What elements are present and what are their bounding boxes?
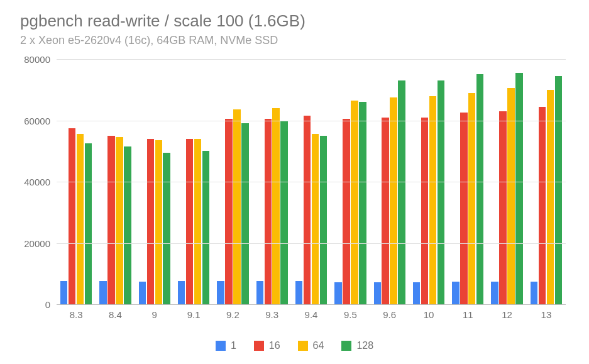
y-tick-label: 20000 [24,238,57,248]
x-tick-label: 8.4 [96,304,135,320]
bar [107,136,114,304]
bar [476,74,483,304]
bar [421,118,428,304]
bar [374,282,381,304]
bar [155,140,162,304]
bar [202,151,209,304]
y-tick-label: 0 [45,299,57,310]
bar [531,282,537,304]
bar [241,123,248,304]
bar [217,281,224,304]
chart-title: pgbench read-write / scale 100 (1.6GB) [20,11,306,31]
bar [429,96,436,305]
chart-subtitle: 2 x Xeon e5-2620v4 (16c), 64GB RAM, NVMe… [20,34,278,47]
legend-swatch [216,341,226,351]
legend-swatch [298,341,308,351]
gridline [57,59,566,60]
gridline [57,182,566,182]
bar [124,146,131,304]
bar [539,107,546,304]
legend-item: 16 [254,340,280,351]
bar [499,111,506,304]
bar [69,128,75,304]
bar [233,109,240,304]
bar [351,101,358,304]
bar [312,134,319,304]
x-tick-label: 9.2 [213,304,252,320]
legend-label: 128 [356,340,373,351]
bar [280,121,287,305]
bar [359,102,366,304]
bar [547,90,554,304]
bar [77,134,84,304]
legend-label: 1 [231,340,236,351]
y-tick-label: 80000 [24,54,57,65]
bar [390,97,397,304]
legend-swatch [254,341,264,351]
x-tick-label: 9 [135,304,174,320]
x-tick-label: 12 [487,304,526,320]
bar [438,80,444,304]
legend: 11664128 [0,340,589,351]
bar [194,139,201,304]
x-tick-label: 11 [448,304,487,320]
bar [320,136,327,304]
legend-item: 128 [341,340,373,351]
chart-container: pgbench read-write / scale 100 (1.6GB) 2… [0,0,589,364]
bar [256,281,263,304]
bar [515,73,522,304]
bar [178,281,185,304]
bar [382,118,388,304]
bar [147,139,154,304]
bar [452,282,459,304]
bar [265,119,272,304]
x-tick-label: 9.5 [331,304,370,320]
y-tick-label: 40000 [24,177,57,187]
bar [295,281,302,304]
bar [304,116,311,304]
bar [491,282,498,304]
bar [163,153,170,304]
bar [60,281,67,304]
bar [343,119,350,304]
bar [85,143,92,304]
bar [555,76,562,304]
bar [116,137,123,304]
x-tick-label: 13 [527,304,566,320]
bar [272,108,279,304]
legend-label: 16 [269,340,280,351]
bar [398,80,405,304]
bar [139,282,146,304]
x-tick-label: 9.6 [370,304,409,320]
bar [413,282,420,304]
x-tick-label: 9.1 [174,304,213,320]
bar [225,119,232,304]
x-tick-label: 9.4 [292,304,331,320]
plot-area: 8.38.499.19.29.39.49.59.610111213 020000… [57,59,566,305]
x-tick-label: 8.3 [57,304,96,320]
x-tick-label: 9.3 [253,304,292,320]
x-tick-label: 10 [409,304,448,320]
legend-swatch [341,341,351,351]
bar [460,113,467,304]
legend-item: 1 [216,340,236,351]
bar [186,139,193,304]
bar [334,282,341,304]
bar [99,281,106,304]
legend-item: 64 [298,340,324,351]
legend-label: 64 [313,340,324,351]
gridline [57,121,566,121]
bar [468,93,475,304]
gridline [57,243,566,244]
y-tick-label: 60000 [24,115,57,126]
